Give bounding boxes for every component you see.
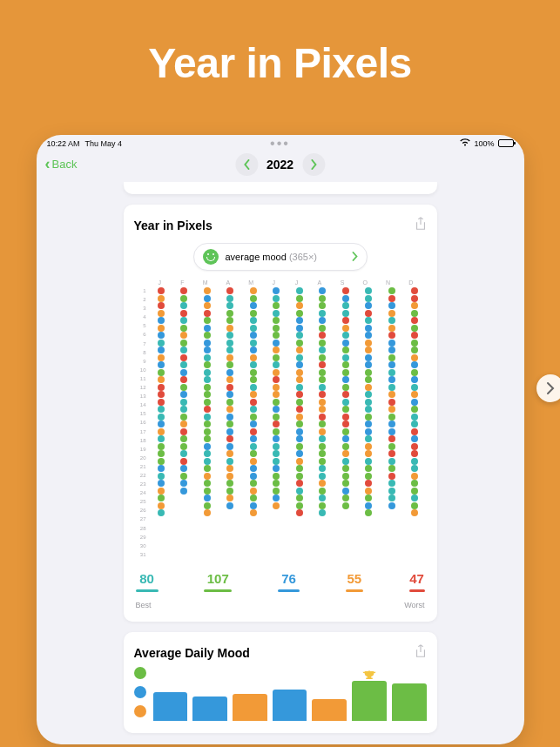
pixel-dot: [411, 465, 418, 472]
pixel-grid: JFMAMJJASOND 123456789101112131415161718…: [134, 279, 427, 559]
pixel-dot: [204, 317, 211, 324]
pixel-dot: [296, 317, 303, 324]
mood-filter-pill[interactable]: average mood (365×): [193, 243, 368, 271]
pixel-dot: [342, 325, 349, 332]
pixel-dot: [204, 414, 211, 421]
pixel-dot: [388, 302, 395, 309]
scroll-content[interactable]: Year in Pixels average mood (365×) JFMAM…: [37, 182, 524, 739]
share-icon[interactable]: [415, 217, 427, 234]
pixel-dot: [365, 443, 372, 450]
month-header: J: [287, 279, 307, 286]
month-header: F: [172, 279, 192, 286]
pixel-dot: [250, 495, 257, 501]
pixel-dot: [180, 340, 187, 347]
pixel-dot: [296, 458, 303, 465]
day-number: 2: [143, 296, 145, 305]
pixel-dot: [365, 399, 372, 406]
pixel-dot: [365, 361, 372, 368]
pixel-dot: [226, 325, 233, 332]
year-prev-button[interactable]: [235, 153, 258, 176]
pixel-dot: [319, 325, 326, 332]
pixel-dot: [342, 421, 349, 427]
pixel-dot: [180, 295, 187, 302]
pixel-dot: [226, 361, 233, 368]
avg-chart: [134, 669, 427, 721]
pixel-dot: [226, 347, 233, 353]
pixel-dot: [296, 435, 303, 442]
pixel-dot: [296, 473, 303, 480]
day-number: 1: [143, 287, 145, 296]
pixel-dot: [342, 361, 349, 368]
month-header: D: [401, 279, 421, 286]
pixel-dot: [158, 310, 165, 317]
pixel-dot: [180, 384, 187, 391]
mood-count: 47: [409, 571, 425, 592]
pixel-dot: [273, 384, 280, 391]
pixel-dot: [342, 391, 349, 398]
pixel-dot: [411, 302, 418, 309]
card-title: Year in Pixels: [134, 219, 213, 232]
pixel-dot: [250, 310, 257, 317]
pixel-dot: [250, 391, 257, 398]
pixel-dot: [411, 450, 418, 457]
pixel-dot: [204, 509, 211, 516]
pixel-dot: [226, 443, 233, 450]
pixel-dot: [365, 421, 372, 427]
share-icon[interactable]: [415, 644, 427, 662]
pixel-dot: [204, 443, 211, 450]
carousel-next-button[interactable]: [536, 374, 560, 402]
pixel-dot: [342, 480, 349, 487]
pixel-dot: [180, 421, 187, 427]
pixel-dot: [411, 295, 418, 302]
pixel-dot: [365, 347, 372, 353]
pixel-dot: [204, 332, 211, 339]
pixel-dot: [342, 340, 349, 347]
pixel-dot: [411, 325, 418, 332]
pixel-dot: [319, 428, 326, 435]
pixel-dot: [158, 458, 165, 465]
pixel-dot: [342, 428, 349, 435]
year-label: 2022: [267, 158, 293, 172]
pixel-dot: [204, 287, 211, 294]
pixel-dot: [250, 376, 257, 383]
pixel-dot: [342, 502, 349, 509]
pixel-dot: [250, 369, 257, 376]
back-button[interactable]: ‹ Back: [45, 155, 78, 173]
pixel-dot: [204, 340, 211, 347]
avg-bar: [192, 697, 227, 722]
avg-bar: [392, 683, 427, 721]
pixel-dot: [158, 421, 165, 427]
pixel-dot: [158, 295, 165, 302]
year-next-button[interactable]: [302, 153, 325, 176]
pixel-dot: [250, 340, 257, 347]
pixel-dot: [319, 310, 326, 317]
pixel-dot: [388, 435, 395, 442]
pixel-dot: [226, 465, 233, 472]
pixel-dot: [226, 421, 233, 427]
pixel-dot: [158, 354, 165, 361]
pixel-dot: [296, 480, 303, 487]
pixel-dot: [250, 480, 257, 487]
pixel-dot: [158, 347, 165, 353]
trophy-icon: [361, 669, 377, 688]
pixel-dot: [226, 473, 233, 480]
pixel-dot: [365, 332, 372, 339]
pixel-dot: [226, 354, 233, 361]
pixel-dot: [204, 421, 211, 427]
pixel-dot: [365, 310, 372, 317]
pixel-dot: [273, 495, 280, 501]
pixel-dot: [342, 458, 349, 465]
avg-bar: [153, 692, 188, 721]
pixel-dot: [319, 369, 326, 376]
pixel-dot: [158, 317, 165, 324]
pixel-dot: [180, 480, 187, 487]
pixel-dot: [273, 428, 280, 435]
pixel-dot: [319, 340, 326, 347]
pixel-dot: [296, 450, 303, 457]
pixel-dot: [365, 376, 372, 383]
month-header: N: [378, 279, 398, 286]
pixel-dot: [250, 502, 257, 509]
pixel-dot: [158, 332, 165, 339]
year-in-pixels-card: Year in Pixels average mood (365×) JFMAM…: [124, 205, 437, 622]
day-number: 14: [140, 401, 146, 410]
